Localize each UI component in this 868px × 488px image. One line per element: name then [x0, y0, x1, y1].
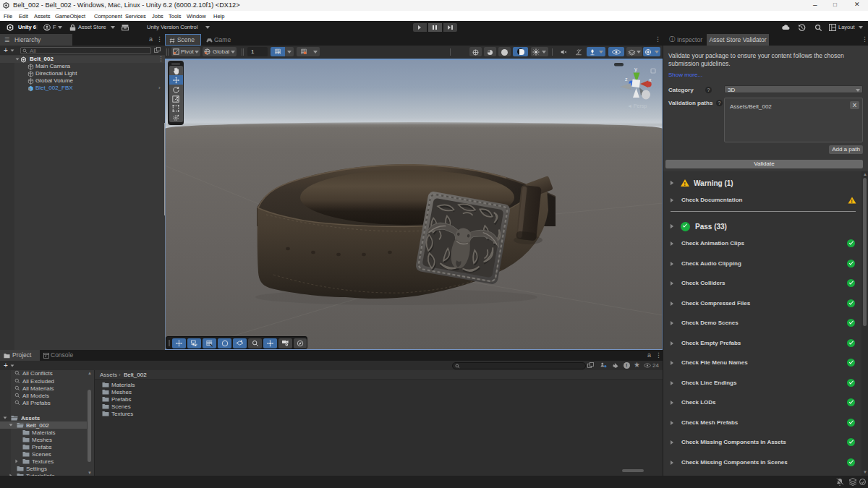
svg-text:◄ Persp: ◄ Persp	[627, 103, 647, 109]
svg-text:z: z	[625, 77, 628, 82]
svg-text:y: y	[634, 66, 637, 72]
svg-text:Y: Y	[278, 51, 280, 55]
